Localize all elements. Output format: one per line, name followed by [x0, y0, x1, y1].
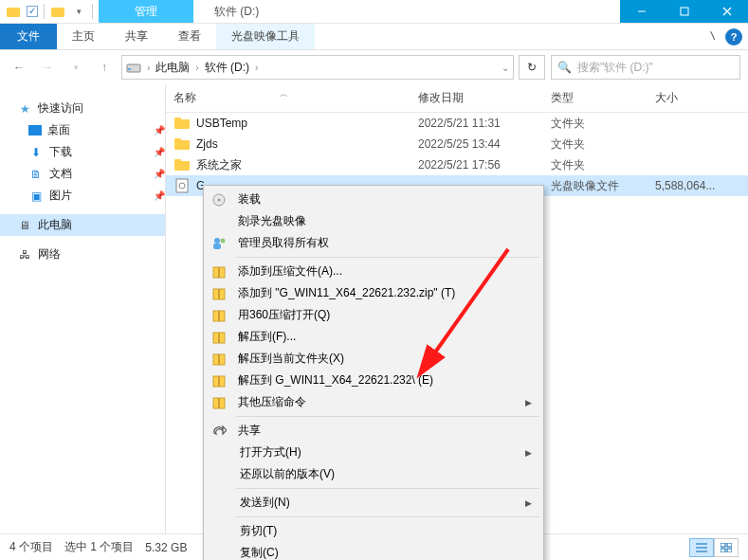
- svg-rect-13: [174, 159, 181, 163]
- breadcrumb-root[interactable]: 此电脑: [155, 60, 190, 76]
- svg-rect-34: [218, 398, 220, 408]
- file-date: 2022/5/21 11:31: [418, 117, 551, 130]
- context-menu-item[interactable]: 共享: [206, 420, 541, 442]
- context-menu-item[interactable]: 复制(C): [206, 542, 541, 560]
- context-menu-separator: [236, 257, 539, 258]
- context-menu-item[interactable]: 管理员取得所有权: [206, 232, 541, 254]
- context-menu-item[interactable]: 用360压缩打开(Q): [206, 304, 541, 326]
- svg-rect-39: [721, 543, 725, 547]
- chevron-right-icon[interactable]: ›: [195, 63, 198, 73]
- context-menu-item[interactable]: 发送到(N): [206, 492, 541, 514]
- svg-rect-30: [218, 354, 220, 365]
- address-bar[interactable]: › 此电脑 › 软件 (D:) › ⌄: [121, 55, 514, 80]
- ribbon-tab-view[interactable]: 查看: [163, 24, 216, 49]
- nav-up-button[interactable]: ↑: [93, 56, 116, 79]
- ribbon-tab-share[interactable]: 共享: [110, 24, 163, 49]
- nav-back-button[interactable]: ←: [8, 56, 30, 79]
- context-menu-item[interactable]: 装载: [206, 189, 541, 210]
- window-title: 软件 (D:): [193, 0, 280, 23]
- sidebar-this-pc[interactable]: 🖥此电脑: [0, 214, 165, 236]
- qat-dropdown-icon[interactable]: ▾: [71, 4, 86, 19]
- file-row[interactable]: USBTemp2022/5/21 11:31文件夹: [166, 113, 748, 134]
- context-menu-item[interactable]: 添加到 "G_WIN11_X64_22621.232.zip" (T): [206, 282, 541, 304]
- context-menu-item[interactable]: 还原以前的版本(V): [206, 463, 541, 485]
- maximize-button[interactable]: [663, 0, 705, 23]
- ribbon-tabs: 文件 主页 共享 查看 光盘映像工具 〵 ?: [0, 24, 748, 50]
- refresh-button[interactable]: ↻: [519, 55, 545, 80]
- desktop-icon: [28, 125, 42, 135]
- column-date[interactable]: 修改日期: [418, 90, 551, 106]
- search-input[interactable]: 🔍 搜索"软件 (D:)": [551, 55, 740, 80]
- svg-rect-41: [721, 549, 725, 552]
- svg-rect-7: [128, 68, 131, 70]
- breadcrumb-current[interactable]: 软件 (D:): [205, 60, 249, 76]
- file-row[interactable]: 系统之家2022/5/21 17:56文件夹: [166, 154, 748, 175]
- sort-indicator-icon: [196, 94, 199, 103]
- sort-asc-icon: ︿: [280, 88, 288, 100]
- context-menu-item[interactable]: 其他压缩命令: [206, 391, 541, 413]
- ribbon-collapse-icon[interactable]: 〵: [708, 31, 718, 42]
- svg-point-20: [221, 238, 226, 243]
- help-icon[interactable]: ?: [725, 28, 742, 45]
- column-type[interactable]: 类型: [551, 90, 655, 106]
- column-name-label: 名称: [173, 91, 196, 104]
- svg-rect-11: [174, 138, 181, 142]
- archive-icon: [210, 371, 228, 390]
- checkbox-icon[interactable]: ✓: [27, 6, 38, 17]
- sidebar-quick-access[interactable]: ★ 快速访问: [0, 98, 165, 119]
- svg-rect-32: [218, 376, 220, 387]
- context-menu: 装载刻录光盘映像管理员取得所有权添加到压缩文件(A)...添加到 "G_WIN1…: [203, 185, 544, 560]
- context-menu-item[interactable]: 剪切(T): [206, 520, 541, 542]
- context-menu-label: 添加到压缩文件(A)...: [238, 263, 342, 280]
- context-menu-label: 用360压缩打开(Q): [238, 307, 330, 323]
- chevron-right-icon[interactable]: ›: [147, 63, 150, 73]
- ribbon-tab-disc-image-tools[interactable]: 光盘映像工具: [216, 24, 315, 49]
- file-tab[interactable]: 文件: [0, 24, 57, 49]
- window-controls: [620, 0, 748, 23]
- contextual-tab-label: 管理: [99, 0, 193, 23]
- context-menu-label: 解压到(F)...: [238, 329, 296, 345]
- drive-icon: [126, 60, 141, 75]
- close-button[interactable]: [705, 0, 748, 23]
- context-menu-item[interactable]: 刻录光盘映像: [206, 210, 541, 232]
- minimize-button[interactable]: [620, 0, 663, 23]
- nav-recent-dropdown[interactable]: ▾: [64, 56, 87, 79]
- column-name[interactable]: 名称: [173, 90, 418, 106]
- context-menu-item[interactable]: 解压到 G_WIN11_X64_22621.232\ (E): [206, 370, 541, 391]
- address-bar-row: ← → ▾ ↑ › 此电脑 › 软件 (D:) › ⌄ ↻ 🔍 搜索"软件 (D…: [0, 50, 748, 84]
- archive-icon: [210, 328, 228, 347]
- file-row[interactable]: Zjds2022/5/25 13:44文件夹: [166, 134, 748, 154]
- column-size[interactable]: 大小: [655, 90, 731, 106]
- svg-rect-3: [681, 8, 688, 15]
- chevron-right-icon[interactable]: ›: [255, 63, 258, 73]
- sidebar-item-desktop[interactable]: 桌面📌: [0, 119, 165, 141]
- ribbon-tab-home[interactable]: 主页: [57, 24, 110, 49]
- context-menu-item[interactable]: 解压到(F)...: [206, 326, 541, 348]
- context-menu-item[interactable]: 解压到当前文件夹(X): [206, 348, 541, 370]
- context-menu-separator: [236, 488, 539, 489]
- archive-icon: [210, 262, 228, 281]
- nav-forward-button[interactable]: →: [36, 56, 59, 79]
- share-icon: [210, 422, 228, 441]
- context-menu-item[interactable]: 打开方式(H): [206, 442, 541, 463]
- file-date: 2022/5/25 13:44: [418, 137, 551, 151]
- view-thumbnails-button[interactable]: [714, 538, 739, 557]
- context-menu-item[interactable]: 添加到压缩文件(A)...: [206, 261, 541, 282]
- context-menu-label: 添加到 "G_WIN11_X64_22621.232.zip" (T): [238, 285, 455, 301]
- archive-icon: [210, 306, 228, 325]
- title-bar: ✓ ▾ 管理 软件 (D:): [0, 0, 748, 24]
- titlebar-center: 管理 软件 (D:): [99, 0, 620, 23]
- sidebar-item-pictures[interactable]: ▣图片📌: [0, 185, 165, 207]
- file-date: 2022/5/21 17:56: [418, 158, 551, 172]
- sidebar-item-downloads[interactable]: ⬇下载📌: [0, 141, 165, 163]
- sidebar-item-documents[interactable]: 🗎文档📌: [0, 163, 165, 185]
- pc-icon: 🖥: [17, 218, 32, 233]
- address-dropdown-icon[interactable]: ⌄: [502, 63, 509, 73]
- context-menu-label: 装载: [238, 191, 261, 208]
- sidebar-network[interactable]: 🖧网络: [0, 244, 165, 265]
- view-details-button[interactable]: [689, 538, 714, 557]
- context-menu-label: 刻录光盘映像: [238, 213, 306, 229]
- svg-rect-24: [218, 289, 220, 299]
- qat-divider: [44, 4, 45, 19]
- folder-small-icon[interactable]: [50, 4, 65, 19]
